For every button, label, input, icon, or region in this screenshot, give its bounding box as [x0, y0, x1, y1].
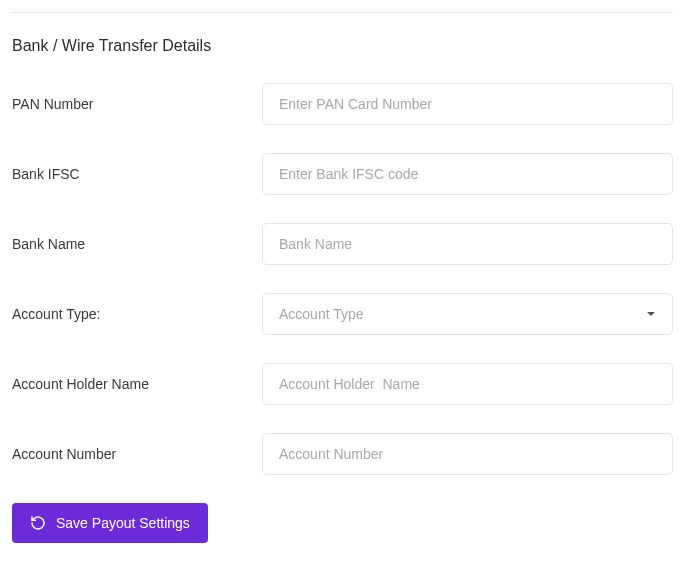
save-button-label: Save Payout Settings — [56, 515, 190, 531]
section-title: Bank / Wire Transfer Details — [12, 37, 673, 55]
ifsc-label: Bank IFSC — [12, 166, 262, 182]
form-row-account-number: Account Number — [12, 433, 673, 475]
form-row-bank-name: Bank Name — [12, 223, 673, 265]
bank-name-label: Bank Name — [12, 236, 262, 252]
form-row-ifsc: Bank IFSC — [12, 153, 673, 195]
account-type-select[interactable]: Account Type — [262, 293, 673, 335]
pan-input[interactable] — [262, 83, 673, 125]
save-payout-settings-button[interactable]: Save Payout Settings — [12, 503, 208, 543]
bank-name-input[interactable] — [262, 223, 673, 265]
account-number-label: Account Number — [12, 446, 262, 462]
pan-label: PAN Number — [12, 96, 262, 112]
section-divider — [12, 12, 673, 13]
ifsc-input[interactable] — [262, 153, 673, 195]
form-row-pan: PAN Number — [12, 83, 673, 125]
form-row-account-holder: Account Holder Name — [12, 363, 673, 405]
account-holder-label: Account Holder Name — [12, 376, 262, 392]
refresh-icon — [30, 515, 46, 531]
form-row-account-type: Account Type: Account Type — [12, 293, 673, 335]
account-type-label: Account Type: — [12, 306, 262, 322]
account-number-input[interactable] — [262, 433, 673, 475]
account-holder-input[interactable] — [262, 363, 673, 405]
